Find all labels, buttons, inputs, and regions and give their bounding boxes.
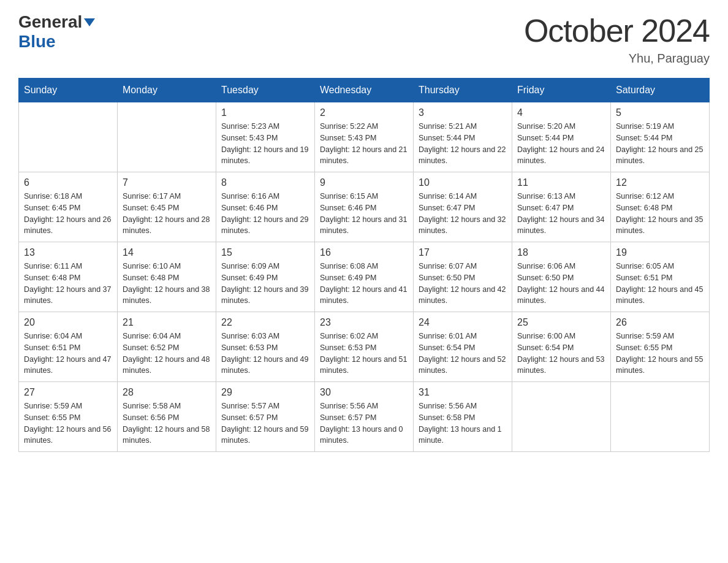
day-info: Sunrise: 5:23 AMSunset: 5:43 PMDaylight:… bbox=[221, 121, 309, 167]
day-number: 17 bbox=[419, 247, 507, 258]
day-number: 29 bbox=[221, 387, 309, 398]
day-info: Sunrise: 6:04 AMSunset: 6:51 PMDaylight:… bbox=[24, 331, 112, 377]
day-number: 12 bbox=[616, 177, 704, 188]
day-info: Sunrise: 5:20 AMSunset: 5:44 PMDaylight:… bbox=[517, 121, 605, 167]
calendar-header-row: SundayMondayTuesdayWednesdayThursdayFrid… bbox=[19, 79, 710, 102]
day-info: Sunrise: 6:14 AMSunset: 6:47 PMDaylight:… bbox=[419, 191, 507, 237]
day-info: Sunrise: 5:58 AMSunset: 6:56 PMDaylight:… bbox=[123, 400, 211, 446]
calendar-cell: 24Sunrise: 6:01 AMSunset: 6:54 PMDayligh… bbox=[414, 312, 512, 382]
day-info: Sunrise: 5:59 AMSunset: 6:55 PMDaylight:… bbox=[24, 400, 112, 446]
day-number: 31 bbox=[419, 387, 507, 398]
day-number: 22 bbox=[221, 317, 309, 328]
calendar-cell bbox=[19, 102, 118, 172]
location: Yhu, Paraguay bbox=[524, 52, 710, 66]
calendar-cell: 2Sunrise: 5:22 AMSunset: 5:43 PMDaylight… bbox=[315, 102, 414, 172]
calendar-cell bbox=[118, 102, 216, 172]
calendar-cell: 16Sunrise: 6:08 AMSunset: 6:49 PMDayligh… bbox=[315, 242, 414, 312]
day-info: Sunrise: 6:15 AMSunset: 6:46 PMDaylight:… bbox=[320, 191, 408, 237]
day-number: 28 bbox=[123, 387, 211, 398]
day-number: 7 bbox=[123, 177, 211, 188]
calendar-cell: 7Sunrise: 6:17 AMSunset: 6:45 PMDaylight… bbox=[118, 172, 216, 242]
day-info: Sunrise: 5:19 AMSunset: 5:44 PMDaylight:… bbox=[616, 121, 704, 167]
calendar-cell bbox=[611, 382, 710, 452]
calendar-cell: 15Sunrise: 6:09 AMSunset: 6:49 PMDayligh… bbox=[216, 242, 315, 312]
page-header: General Blue October 2024 Yhu, Paraguay bbox=[18, 12, 710, 66]
day-number: 20 bbox=[24, 317, 112, 328]
calendar-cell: 17Sunrise: 6:07 AMSunset: 6:50 PMDayligh… bbox=[414, 242, 512, 312]
calendar-week-row: 20Sunrise: 6:04 AMSunset: 6:51 PMDayligh… bbox=[19, 312, 710, 382]
day-info: Sunrise: 5:57 AMSunset: 6:57 PMDaylight:… bbox=[221, 400, 309, 446]
day-number: 6 bbox=[24, 177, 112, 188]
calendar-cell: 27Sunrise: 5:59 AMSunset: 6:55 PMDayligh… bbox=[19, 382, 118, 452]
day-number: 21 bbox=[123, 317, 211, 328]
day-info: Sunrise: 6:01 AMSunset: 6:54 PMDaylight:… bbox=[419, 331, 507, 377]
calendar-day-header: Thursday bbox=[414, 79, 512, 102]
calendar-cell: 28Sunrise: 5:58 AMSunset: 6:56 PMDayligh… bbox=[118, 382, 216, 452]
day-number: 15 bbox=[221, 247, 309, 258]
calendar-cell: 14Sunrise: 6:10 AMSunset: 6:48 PMDayligh… bbox=[118, 242, 216, 312]
calendar-cell: 10Sunrise: 6:14 AMSunset: 6:47 PMDayligh… bbox=[414, 172, 512, 242]
day-info: Sunrise: 6:12 AMSunset: 6:48 PMDaylight:… bbox=[616, 191, 704, 237]
day-number: 2 bbox=[320, 107, 408, 118]
day-info: Sunrise: 6:08 AMSunset: 6:49 PMDaylight:… bbox=[320, 261, 408, 307]
day-number: 23 bbox=[320, 317, 408, 328]
logo-blue-text: Blue bbox=[18, 32, 56, 52]
day-number: 18 bbox=[517, 247, 605, 258]
calendar-cell: 29Sunrise: 5:57 AMSunset: 6:57 PMDayligh… bbox=[216, 382, 315, 452]
day-info: Sunrise: 6:05 AMSunset: 6:51 PMDaylight:… bbox=[616, 261, 704, 307]
day-info: Sunrise: 6:18 AMSunset: 6:45 PMDaylight:… bbox=[24, 191, 112, 237]
day-info: Sunrise: 5:59 AMSunset: 6:55 PMDaylight:… bbox=[616, 331, 704, 377]
day-number: 24 bbox=[419, 317, 507, 328]
calendar-cell: 3Sunrise: 5:21 AMSunset: 5:44 PMDaylight… bbox=[414, 102, 512, 172]
day-info: Sunrise: 6:00 AMSunset: 6:54 PMDaylight:… bbox=[517, 331, 605, 377]
day-number: 5 bbox=[616, 107, 704, 118]
day-info: Sunrise: 6:02 AMSunset: 6:53 PMDaylight:… bbox=[320, 331, 408, 377]
calendar-cell: 5Sunrise: 5:19 AMSunset: 5:44 PMDaylight… bbox=[611, 102, 710, 172]
day-info: Sunrise: 6:13 AMSunset: 6:47 PMDaylight:… bbox=[517, 191, 605, 237]
day-number: 16 bbox=[320, 247, 408, 258]
calendar-cell: 31Sunrise: 5:56 AMSunset: 6:58 PMDayligh… bbox=[414, 382, 512, 452]
day-number: 10 bbox=[419, 177, 507, 188]
calendar-cell: 20Sunrise: 6:04 AMSunset: 6:51 PMDayligh… bbox=[19, 312, 118, 382]
day-number: 25 bbox=[517, 317, 605, 328]
day-info: Sunrise: 5:56 AMSunset: 6:57 PMDaylight:… bbox=[320, 400, 408, 446]
calendar-cell: 6Sunrise: 6:18 AMSunset: 6:45 PMDaylight… bbox=[19, 172, 118, 242]
day-info: Sunrise: 6:09 AMSunset: 6:49 PMDaylight:… bbox=[221, 261, 309, 307]
day-info: Sunrise: 5:22 AMSunset: 5:43 PMDaylight:… bbox=[320, 121, 408, 167]
calendar-cell: 1Sunrise: 5:23 AMSunset: 5:43 PMDaylight… bbox=[216, 102, 315, 172]
calendar-week-row: 6Sunrise: 6:18 AMSunset: 6:45 PMDaylight… bbox=[19, 172, 710, 242]
day-info: Sunrise: 6:04 AMSunset: 6:52 PMDaylight:… bbox=[123, 331, 211, 377]
calendar-cell: 13Sunrise: 6:11 AMSunset: 6:48 PMDayligh… bbox=[19, 242, 118, 312]
day-info: Sunrise: 6:16 AMSunset: 6:46 PMDaylight:… bbox=[221, 191, 309, 237]
day-info: Sunrise: 6:11 AMSunset: 6:48 PMDaylight:… bbox=[24, 261, 112, 307]
month-title: October 2024 bbox=[524, 12, 710, 49]
day-number: 8 bbox=[221, 177, 309, 188]
calendar-day-header: Friday bbox=[512, 79, 611, 102]
day-info: Sunrise: 6:17 AMSunset: 6:45 PMDaylight:… bbox=[123, 191, 211, 237]
day-info: Sunrise: 6:06 AMSunset: 6:50 PMDaylight:… bbox=[517, 261, 605, 307]
day-number: 11 bbox=[517, 177, 605, 188]
calendar-day-header: Monday bbox=[118, 79, 216, 102]
day-number: 4 bbox=[517, 107, 605, 118]
day-number: 1 bbox=[221, 107, 309, 118]
calendar-cell: 11Sunrise: 6:13 AMSunset: 6:47 PMDayligh… bbox=[512, 172, 611, 242]
calendar-cell bbox=[512, 382, 611, 452]
logo: General Blue bbox=[18, 12, 95, 52]
calendar-week-row: 1Sunrise: 5:23 AMSunset: 5:43 PMDaylight… bbox=[19, 102, 710, 172]
day-number: 13 bbox=[24, 247, 112, 258]
calendar-week-row: 13Sunrise: 6:11 AMSunset: 6:48 PMDayligh… bbox=[19, 242, 710, 312]
calendar-cell: 26Sunrise: 5:59 AMSunset: 6:55 PMDayligh… bbox=[611, 312, 710, 382]
day-info: Sunrise: 5:56 AMSunset: 6:58 PMDaylight:… bbox=[419, 400, 507, 446]
calendar-cell: 8Sunrise: 6:16 AMSunset: 6:46 PMDaylight… bbox=[216, 172, 315, 242]
calendar-cell: 25Sunrise: 6:00 AMSunset: 6:54 PMDayligh… bbox=[512, 312, 611, 382]
calendar-table: SundayMondayTuesdayWednesdayThursdayFrid… bbox=[18, 78, 710, 452]
calendar-cell: 23Sunrise: 6:02 AMSunset: 6:53 PMDayligh… bbox=[315, 312, 414, 382]
calendar-day-header: Saturday bbox=[611, 79, 710, 102]
calendar-day-header: Sunday bbox=[19, 79, 118, 102]
day-info: Sunrise: 6:03 AMSunset: 6:53 PMDaylight:… bbox=[221, 331, 309, 377]
day-number: 14 bbox=[123, 247, 211, 258]
day-number: 9 bbox=[320, 177, 408, 188]
calendar-cell: 30Sunrise: 5:56 AMSunset: 6:57 PMDayligh… bbox=[315, 382, 414, 452]
calendar-cell: 19Sunrise: 6:05 AMSunset: 6:51 PMDayligh… bbox=[611, 242, 710, 312]
calendar-day-header: Wednesday bbox=[315, 79, 414, 102]
